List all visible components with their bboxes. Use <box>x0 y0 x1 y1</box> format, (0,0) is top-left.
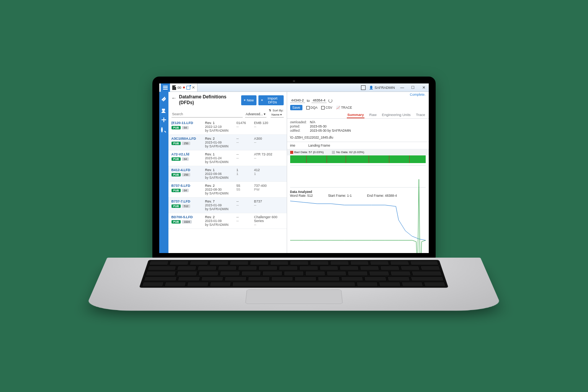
app-logo-icon[interactable] <box>161 96 167 101</box>
dfd-name-link[interactable]: A3C1050A.LFD <box>172 137 203 140</box>
maximize-button[interactable]: ☐ <box>410 84 416 91</box>
list-item[interactable]: B412-4.LFDPUB256Rev. 12022-09-06by SAFRA… <box>168 166 287 182</box>
count-badge: 64 <box>182 157 189 161</box>
close-window-button[interactable]: ✕ <box>420 84 427 91</box>
status-badge: PUB <box>172 157 181 161</box>
date-label: 2023-01-24 <box>205 156 234 160</box>
status-badge: PUB <box>172 126 181 129</box>
pdf-icon <box>306 106 310 109</box>
advanced-search-link[interactable]: Advanced... <box>245 112 266 118</box>
detail-tabs: Summary Raw Engineering Units Trace <box>287 110 429 119</box>
user-icon: 👤 <box>369 86 373 90</box>
dfd-name-link[interactable]: (E120-11.LFD <box>172 121 203 125</box>
minimize-button[interactable]: ― <box>399 84 406 91</box>
status-badge: PUB <box>172 142 181 145</box>
status-text: Complete. <box>287 92 429 97</box>
nav-sidebar <box>159 92 168 253</box>
source-file-path: \G-JZBH_03122022_1845.dlu <box>287 134 429 142</box>
list-item[interactable]: A72-V2.LfdPUB64Rev. 12023-01-24by SAFRAD… <box>168 150 287 166</box>
revision-label: Rev. 2 <box>205 137 234 140</box>
sort-icon[interactable]: ⇅ <box>269 109 271 112</box>
author-label: by SAFRADMIN <box>205 191 234 195</box>
count-badge: 1024 <box>182 220 192 224</box>
signal-chart <box>290 165 426 188</box>
bad-data-swatch-icon <box>290 151 293 154</box>
coverage-bar <box>290 155 426 163</box>
current-user[interactable]: 👤 SAFRADMIN <box>369 86 395 90</box>
list-item[interactable]: A3C1050A.LFDPUB256Rev. 22023-01-09by SAF… <box>168 135 287 150</box>
search-icon[interactable] <box>161 128 167 133</box>
dfd-name-link[interactable]: B737-7.LFD <box>172 199 203 203</box>
revision-label: Rev. 2 <box>205 184 234 188</box>
range-from-input[interactable]: 44340-2 <box>290 98 305 103</box>
user-label: SAFRADMIN <box>374 86 395 90</box>
document-icon <box>172 85 176 90</box>
range-to-input[interactable]: 48354-4 <box>312 98 327 103</box>
range-to-label: to <box>307 99 310 103</box>
date-label: 2023-01-09 <box>205 219 234 223</box>
export-dqa-button[interactable]: DQA <box>306 106 317 109</box>
author-label: by SAFRADMIN <box>205 207 234 211</box>
date-label: 2023-01-09 <box>205 203 234 207</box>
tab-summary[interactable]: Summary <box>347 112 364 118</box>
dfd-name-link[interactable]: BD700-5.LFD <box>172 215 203 219</box>
new-button[interactable]: New <box>241 95 256 105</box>
date-label: 2022-08-30 <box>205 188 234 191</box>
trace-icon: 📈 <box>336 106 340 109</box>
tab-engineering-units[interactable]: Engineering Units <box>382 112 411 118</box>
list-item[interactable]: (E120-11.LFDPUB64Rev. 12022-12-19by SAFR… <box>168 119 287 135</box>
restore-windows-icon[interactable] <box>361 86 365 90</box>
tab-trace[interactable]: Trace <box>416 112 426 118</box>
refresh-icon[interactable] <box>328 99 332 103</box>
author-label: by SAFRADMIN <box>205 144 234 148</box>
author-label: by SAFRADMIN <box>205 176 234 180</box>
dfd-name-link[interactable]: B412-4.LFD <box>172 168 203 172</box>
status-badge: PUB <box>172 173 181 176</box>
author-label: by SAFRADMIN <box>205 223 234 227</box>
save-button[interactable]: Save <box>290 105 303 110</box>
author-label: by SAFRADMIN <box>205 129 234 132</box>
details-panel: Complete. 44340-2 to 48354-4 Save DQA CS… <box>287 92 429 253</box>
export-csv-button[interactable]: CSV <box>321 106 332 109</box>
dfd-name-link[interactable]: A72-V2.Lfd <box>172 152 203 156</box>
count-badge: 64 <box>182 189 189 192</box>
sort-by-label: Sort By: <box>273 109 283 112</box>
panel-title: Dataframe Definitions (DFDs) <box>179 94 239 106</box>
status-badge: PUB <box>172 189 181 192</box>
status-badge: PUB <box>172 204 181 208</box>
metadata-block: ownloaded:N/A ported:2023-05-30 odified:… <box>287 119 429 134</box>
count-badge: 256 <box>182 173 190 176</box>
date-label: 2022-09-06 <box>205 172 234 176</box>
no-data-swatch-icon <box>332 151 335 154</box>
status-badge: PUB <box>172 220 181 224</box>
sort-by-select[interactable]: Name <box>271 113 284 118</box>
csv-icon <box>321 106 325 109</box>
back-arrow-icon[interactable]: ← <box>172 94 177 101</box>
list-item[interactable]: B737-5.LFDPUB64Rev. 22022-08-30by SAFRAD… <box>168 182 287 198</box>
import-dfds-button[interactable]: Import DFDs <box>258 95 284 105</box>
dfd-list-panel: ← Dataframe Definitions (DFDs) New Impor… <box>168 92 287 253</box>
revision-label: Rev. 1 <box>205 152 234 156</box>
date-label: 2022-12-19 <box>205 125 234 129</box>
list-item[interactable]: BD700-5.LFDPUB1024Rev. 22023-01-09by SAF… <box>168 213 287 229</box>
trace-button[interactable]: 📈TRACE <box>336 106 352 109</box>
count-badge: 64 <box>182 126 189 129</box>
open-external-icon[interactable] <box>186 86 190 90</box>
close-tab-icon[interactable]: ✕ <box>192 85 195 90</box>
list-item[interactable]: B737-7.LFDPUB512Rev. 72023-01-09by SAFRA… <box>168 198 287 213</box>
search-input[interactable] <box>172 111 243 118</box>
tab-raw[interactable]: Raw <box>369 112 377 118</box>
unsaved-dot-icon <box>183 87 185 88</box>
add-icon[interactable] <box>161 117 167 122</box>
document-tab[interactable]: 00 ✕ <box>170 83 198 91</box>
revision-label: Rev. 1 <box>205 168 234 172</box>
dfd-name-link[interactable]: B737-5.LFD <box>172 184 203 188</box>
count-badge: 256 <box>182 142 190 145</box>
menu-hamburger-icon[interactable] <box>161 83 170 92</box>
frame-headers: ime Landing Frame <box>287 142 429 149</box>
date-label: 2023-01-09 <box>205 140 234 144</box>
revision-label: Rev. 1 <box>205 121 234 125</box>
home-icon[interactable] <box>161 106 167 112</box>
count-badge: 512 <box>182 204 190 208</box>
dfd-list[interactable]: (E120-11.LFDPUB64Rev. 12022-12-19by SAFR… <box>168 119 287 253</box>
